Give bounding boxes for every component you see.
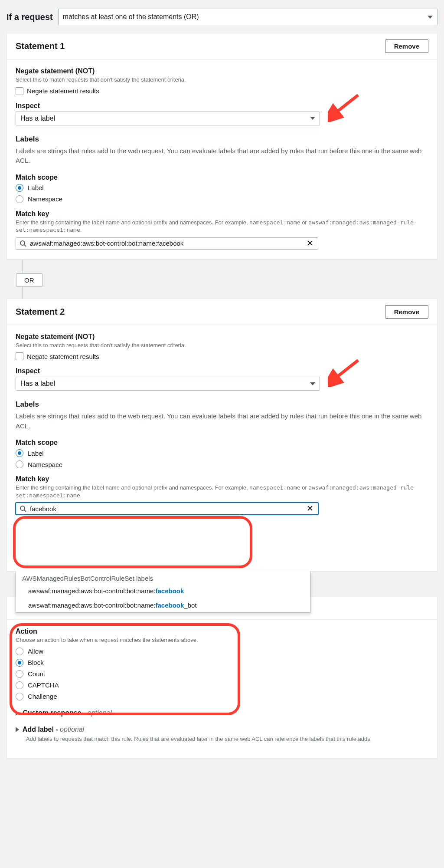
action-captcha-option[interactable]: CAPTCHA [16,681,428,689]
negate-help: Select this to match requests that don't… [16,76,428,84]
match-scope-label: Match scope [16,174,428,181]
match-key-help: Enter the string containing the label na… [16,484,428,499]
action-challenge-option[interactable]: Challenge [16,693,428,700]
statement-1-title: Statement 1 [16,41,65,51]
radio-icon [16,681,23,689]
dropdown-option-1[interactable]: awswaf:managed:aws:bot-control:bot:name:… [16,584,310,598]
page-title: If a request [7,12,53,22]
custom-response-expander[interactable]: Custom response - optional [16,709,428,717]
inspect-select[interactable]: Has a label [16,377,320,391]
radio-icon [16,659,23,667]
action-panel: Action Action Choose an action to take w… [7,597,437,759]
action-block-option[interactable]: Block [16,659,428,667]
negate-heading: Negate statement (NOT) [16,67,428,75]
clear-icon[interactable] [307,505,314,513]
radio-icon [16,670,23,678]
match-key-label: Match key [16,475,428,483]
or-connector: OR [22,260,437,299]
chevron-right-icon [16,710,19,716]
match-key-value: facebook​ [30,505,307,513]
match-key-value: awswaf:managed:aws:bot-control:bot:name:… [30,240,307,247]
action-allow-option[interactable]: Allow [16,648,428,655]
search-icon [20,240,26,247]
match-key-dropdown: AWSManagedRulesBotControlRuleSet labels … [16,571,310,613]
labels-desc: Labels are strings that rules add to the… [16,146,428,166]
match-scope-label-option[interactable]: Label [16,184,428,192]
chevron-down-icon [310,117,315,120]
negate-checkbox-label: Negate statement results [27,87,99,95]
labels-heading: Labels [16,135,428,144]
match-key-input[interactable]: awswaf:managed:aws:bot-control:bot:name:… [16,237,318,250]
remove-button[interactable]: Remove [385,39,428,53]
add-label-expander[interactable]: Add label - optional [16,726,428,733]
remove-button[interactable]: Remove [385,305,428,319]
radio-icon [16,449,23,457]
radio-icon [16,693,23,700]
inspect-select[interactable]: Has a label [16,112,320,125]
match-key-help: Enter the string containing the label na… [16,219,428,234]
chevron-right-icon [16,727,19,732]
search-icon [20,505,26,512]
labels-desc: Labels are strings that rules add to the… [16,411,428,431]
inspect-label: Inspect [16,102,428,110]
dropdown-group-label: AWSManagedRulesBotControlRuleSet labels [16,571,310,584]
checkbox-icon [16,87,23,95]
action-count-option[interactable]: Count [16,670,428,678]
negate-help: Select this to match requests that don't… [16,342,428,349]
negate-checkbox-label: Negate statement results [27,353,99,360]
inspect-label: Inspect [16,367,428,375]
radio-icon [16,195,23,203]
match-scope-label-option[interactable]: Label [16,449,428,457]
match-scope-namespace-option[interactable]: Namespace [16,195,428,203]
condition-select[interactable]: matches at least one of the statements (… [58,9,437,25]
negate-heading: Negate statement (NOT) [16,333,428,341]
match-scope-namespace-option[interactable]: Namespace [16,460,428,468]
svg-point-6 [20,506,25,510]
add-label-help: Add labels to requests that match this r… [26,735,428,743]
svg-line-7 [24,510,26,512]
statement-2-title: Statement 2 [16,307,65,317]
negate-checkbox[interactable]: Negate statement results [16,352,428,360]
chevron-down-icon [310,382,315,385]
match-scope-label: Match scope [16,439,428,447]
statement-2-panel: Statement 2 Remove Negate statement (NOT… [7,299,437,572]
statement-1-panel: Statement 1 Remove Negate statement (NOT… [7,33,437,260]
svg-line-2 [24,245,26,247]
match-key-label: Match key [16,210,428,218]
inspect-select-value: Has a label [20,380,55,388]
radio-icon [16,460,23,468]
dropdown-option-2[interactable]: awswaf:managed:aws:bot-control:bot:name:… [16,598,310,612]
labels-heading: Labels [16,400,428,409]
svg-point-1 [20,241,25,245]
inspect-select-value: Has a label [20,115,55,122]
radio-icon [16,184,23,192]
or-badge: OR [16,273,42,287]
action-label: Action [16,628,428,635]
action-help: Choose an action to take when a request … [16,636,428,644]
checkbox-icon [16,352,23,360]
radio-icon [16,648,23,655]
chevron-down-icon [428,16,433,19]
clear-icon[interactable] [307,240,314,247]
match-key-input[interactable]: facebook​ [16,503,318,515]
negate-checkbox[interactable]: Negate statement results [16,87,428,95]
condition-select-value: matches at least one of the statements (… [63,13,199,21]
